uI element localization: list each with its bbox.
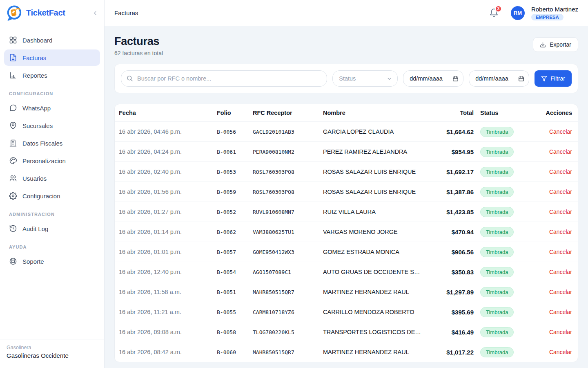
filter-bar: Status dd/mm/aaaa dd/mm/aaaa (114, 64, 578, 93)
users-icon (9, 174, 17, 182)
sidebar: TicketFact DashboardFacturasReportesCONF… (0, 0, 105, 368)
cancel-invoice-link[interactable]: Cancelar (535, 349, 573, 355)
invoice-folio: B-0053 (217, 169, 253, 175)
sidebar-item-configuracion[interactable]: Configuracion (4, 188, 100, 204)
cancel-invoice-link[interactable]: Cancelar (535, 168, 573, 175)
cancel-invoice-link[interactable]: Cancelar (535, 269, 573, 275)
invoice-rfc: RUVL910608MN7 (253, 209, 323, 215)
sidebar-item-dashboard[interactable]: Dashboard (4, 32, 100, 48)
cancel-invoice-link[interactable]: Cancelar (535, 229, 573, 235)
invoice-status-cell: Timbrada (480, 127, 535, 137)
date-from-value: dd/mm/aaaa (410, 75, 443, 82)
date-to-input[interactable]: dd/mm/aaaa (469, 70, 529, 87)
invoice-total: $1,387.86 (429, 188, 480, 195)
table-body: 16 abr 2026, 04:46 p.m.B-0056GACL920101A… (115, 121, 578, 362)
invoice-recipient-name: CARRILLO MENDOZA ROBERTO (323, 309, 429, 315)
notifications-button[interactable]: 3 (489, 8, 499, 18)
sidebar-item-label: Facturas (22, 54, 46, 61)
invoice-total: $1,664.62 (429, 128, 480, 135)
date-to-value: dd/mm/aaaa (475, 75, 508, 82)
invoice-rfc: VAMJ880625TU1 (253, 229, 323, 235)
invoice-date: 16 abr 2026, 01:56 p.m. (119, 188, 217, 195)
invoice-total: $395.69 (429, 309, 480, 316)
invoice-date: 16 abr 2026, 12:40 p.m. (119, 269, 217, 275)
status-badge: Timbrada (480, 247, 514, 257)
sidebar-item-label: Dashboard (22, 37, 52, 44)
sidebar-item-label: Soporte (22, 258, 44, 265)
user-role-badge: EMPRESA (531, 14, 564, 20)
invoice-total: $1,423.85 (429, 209, 480, 215)
invoice-folio: B-0051 (217, 289, 253, 295)
cancel-invoice-link[interactable]: Cancelar (535, 209, 573, 215)
col-header-fecha: Fecha (119, 110, 217, 116)
sidebar-item-personalizacion[interactable]: Personalizacion (4, 153, 100, 169)
col-header-rfc: RFC Receptor (253, 110, 323, 116)
cancel-invoice-link[interactable]: Cancelar (535, 188, 573, 195)
invoice-total: $1,017.22 (429, 349, 480, 356)
date-from-input[interactable]: dd/mm/aaaa (403, 70, 463, 87)
sidebar-item-label: Audit Log (22, 225, 48, 232)
table-row: 16 abr 2026, 01:01 p.m.B-0057GOME950412W… (115, 242, 578, 262)
status-badge: Timbrada (480, 207, 514, 217)
avatar[interactable]: RM (511, 6, 525, 20)
whatsapp-icon (9, 104, 17, 112)
table-row: 16 abr 2026, 12:40 p.m.B-0054AGO1507089C… (115, 262, 578, 282)
invoice-date: 16 abr 2026, 09:08 a.m. (119, 329, 217, 335)
export-button[interactable]: Exportar (533, 37, 578, 52)
invoice-recipient-name: ROSAS SALAZAR LUIS ENRIQUE (323, 188, 429, 195)
status-select[interactable]: Status (332, 70, 398, 87)
status-badge: Timbrada (480, 307, 514, 317)
sidebar-item-whatsapp[interactable]: WhatsApp (4, 100, 100, 116)
invoice-recipient-name: ROSAS SALAZAR LUIS ENRIQUE (323, 168, 429, 175)
invoice-total: $1,297.89 (429, 289, 480, 296)
sidebar-item-facturas[interactable]: Facturas (4, 49, 100, 66)
station-type-label: Gasolinera (7, 345, 98, 350)
invoice-folio: B-0057 (217, 249, 253, 255)
table-row: 16 abr 2026, 01:27 p.m.B-0052RUVL910608M… (115, 202, 578, 222)
sidebar-section-label-configuracion: CONFIGURACION (9, 91, 100, 96)
page-subtitle: 62 facturas en total (114, 50, 163, 56)
sidebar-item-datos-fiscales[interactable]: Datos Fiscales (4, 135, 100, 151)
user-menu[interactable]: Roberto Martinez EMPRESA (531, 6, 578, 20)
table-row: 16 abr 2026, 11:21 a.m.B-0055CARM810718Y… (115, 302, 578, 322)
invoice-total: $1,692.17 (429, 168, 480, 175)
table-row: 16 abr 2026, 08:42 a.m.B-0060MAHR850515Q… (115, 342, 578, 362)
sidebar-collapse-button[interactable] (92, 10, 98, 16)
invoice-date: 16 abr 2026, 11:21 a.m. (119, 309, 217, 315)
sidebar-section-label-administracion: ADMINISTRACION (9, 212, 100, 217)
sidebar-item-soporte[interactable]: Soporte (4, 253, 100, 269)
col-header-folio: Folio (217, 110, 253, 116)
user-name: Roberto Martinez (531, 6, 578, 13)
sidebar-item-label: Sucursales (22, 122, 53, 129)
search-input[interactable] (121, 70, 327, 87)
sidebar-item-audit-log[interactable]: Audit Log (4, 220, 100, 237)
table-row: 16 abr 2026, 04:24 p.m.B-0061PERA900810N… (115, 141, 578, 162)
page-title: Facturas (114, 35, 163, 48)
station-name: Gasolineras Occidente (7, 352, 98, 359)
sidebar-item-reportes[interactable]: Reportes (4, 67, 100, 83)
notification-count-badge: 3 (495, 5, 502, 12)
invoice-date: 16 abr 2026, 04:46 p.m. (119, 128, 217, 135)
cancel-invoice-link[interactable]: Cancelar (535, 329, 573, 335)
invoice-date: 16 abr 2026, 11:58 a.m. (119, 289, 217, 295)
cancel-invoice-link[interactable]: Cancelar (535, 309, 573, 315)
building-icon (9, 139, 17, 147)
sidebar-item-usuarios[interactable]: Usuarios (4, 170, 100, 186)
reports-icon (9, 71, 17, 79)
invoice-recipient-name: GARCIA LOPEZ CLAUDIA (323, 128, 429, 135)
sidebar-item-sucursales[interactable]: Sucursales (4, 117, 100, 134)
sidebar-item-label: Personalizacion (22, 157, 66, 164)
status-badge: Timbrada (480, 347, 514, 357)
invoice-rfc: PERA900810NM2 (253, 149, 323, 155)
invoice-recipient-name: AUTO GRUAS DE OCCIDENTE SA DE CV (323, 269, 429, 275)
invoice-status-cell: Timbrada (480, 187, 535, 197)
sidebar-item-label: Reportes (22, 72, 47, 79)
cancel-invoice-link[interactable]: Cancelar (535, 148, 573, 155)
table-header-row: Fecha Folio RFC Receptor Nombre Total St… (115, 104, 578, 121)
cancel-invoice-link[interactable]: Cancelar (535, 249, 573, 255)
cancel-invoice-link[interactable]: Cancelar (535, 289, 573, 295)
cancel-invoice-link[interactable]: Cancelar (535, 128, 573, 135)
sidebar-item-label: Usuarios (22, 175, 47, 182)
filter-button[interactable]: Filtrar (535, 70, 572, 87)
invoice-rfc: AGO1507089C1 (253, 269, 323, 275)
